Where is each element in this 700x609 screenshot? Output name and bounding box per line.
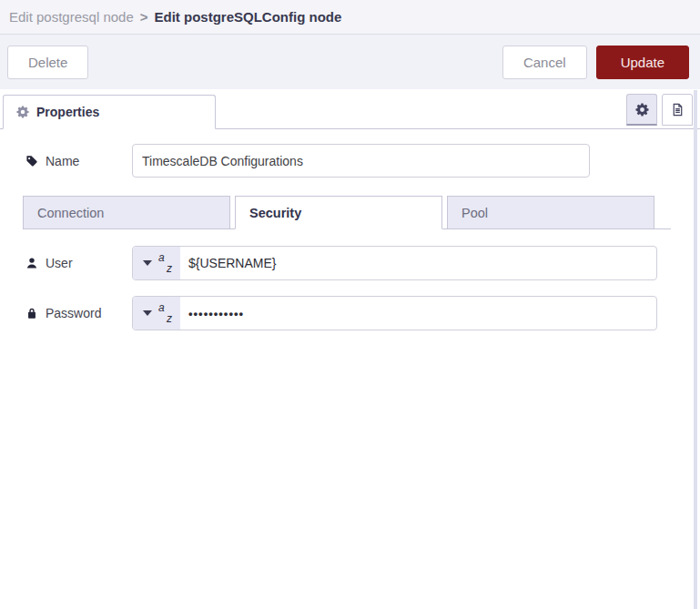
password-input[interactable] xyxy=(180,297,656,330)
caret-down-icon xyxy=(143,260,152,266)
editor-tab-bar: Properties xyxy=(0,92,700,129)
name-label: Name xyxy=(25,154,132,168)
gear-icon xyxy=(635,103,649,117)
tab-security[interactable]: Security xyxy=(235,196,442,229)
edit-config-node-dialog: Edit postgresql node > Edit postgreSQLCo… xyxy=(0,0,700,330)
lock-icon xyxy=(25,307,38,320)
breadcrumb-separator: > xyxy=(140,9,148,25)
user-type-select-button[interactable]: a z xyxy=(133,247,180,279)
az-icon-a: a xyxy=(158,251,165,264)
right-edge-strip xyxy=(694,90,697,609)
tab-connection[interactable]: Connection xyxy=(23,196,230,228)
breadcrumb: Edit postgresql node > Edit postgreSQLCo… xyxy=(0,0,700,35)
password-type-select-button[interactable]: a z xyxy=(133,297,180,330)
user-row: User a z xyxy=(25,246,700,280)
user-label-text: User xyxy=(46,256,73,270)
az-icon-a: a xyxy=(158,301,165,314)
description-view-button[interactable] xyxy=(662,94,693,126)
password-label: Password xyxy=(25,306,132,320)
password-typed-input: a z xyxy=(132,296,657,330)
name-row: Name xyxy=(25,144,700,178)
tab-properties[interactable]: Properties xyxy=(3,95,216,129)
string-type-az-icon: a z xyxy=(158,303,170,323)
tab-pool[interactable]: Pool xyxy=(447,196,654,228)
properties-view-button[interactable] xyxy=(626,94,657,126)
config-form: Name Connection Security Pool User xyxy=(0,129,700,330)
breadcrumb-current: Edit postgreSQLConfig node xyxy=(155,9,342,25)
password-label-text: Password xyxy=(46,306,101,320)
delete-button[interactable]: Delete xyxy=(7,46,88,79)
name-label-text: Name xyxy=(46,154,79,168)
name-input[interactable] xyxy=(132,144,590,178)
gear-icon xyxy=(16,106,29,118)
dialog-toolbar: Delete Cancel Update xyxy=(0,35,700,89)
az-icon-z: z xyxy=(167,312,172,325)
update-button[interactable]: Update xyxy=(596,46,689,79)
string-type-az-icon: a z xyxy=(158,253,170,273)
password-row: Password a z xyxy=(25,296,700,330)
tag-icon xyxy=(25,155,38,167)
user-label: User xyxy=(25,256,132,270)
user-input[interactable] xyxy=(180,247,656,279)
editor-tab-actions xyxy=(626,94,693,126)
user-typed-input: a z xyxy=(132,246,657,280)
user-icon xyxy=(25,257,38,269)
caret-down-icon xyxy=(143,310,152,316)
config-section-tabs: Connection Security Pool xyxy=(23,196,671,229)
cancel-button[interactable]: Cancel xyxy=(502,46,587,79)
az-icon-z: z xyxy=(167,262,172,275)
breadcrumb-parent-link[interactable]: Edit postgresql node xyxy=(9,9,134,25)
tab-properties-label: Properties xyxy=(36,105,99,119)
document-icon xyxy=(671,103,685,117)
